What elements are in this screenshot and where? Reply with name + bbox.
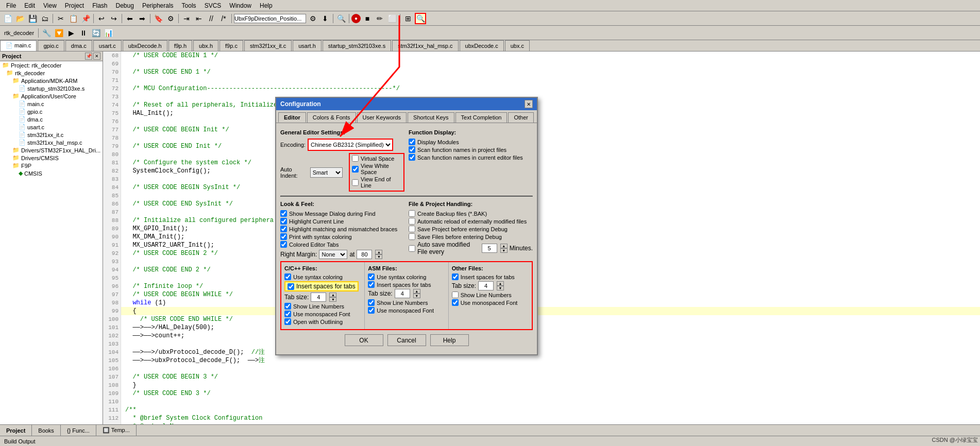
outdent-btn[interactable]: ⇤ — [193, 13, 205, 24]
tree-f9p[interactable]: 📁 F9P — [0, 162, 103, 169]
dialog-close-btn[interactable]: ✕ — [525, 100, 533, 108]
tab-ubx-h[interactable]: ubx.h — [193, 40, 218, 52]
cpp-insert-spaces-check[interactable] — [288, 283, 294, 290]
dialog-tab-keywords[interactable]: User Keywords — [357, 112, 407, 123]
tree-main-c[interactable]: 📄 main.c — [0, 100, 103, 108]
ok-button[interactable]: OK — [345, 334, 383, 346]
bottom-tab-func[interactable]: {} Func... — [61, 425, 96, 436]
tab-f9p-h[interactable]: f9p.h — [168, 40, 192, 52]
cut-btn[interactable]: ✂ — [55, 13, 66, 24]
cancel-button[interactable]: Cancel — [387, 334, 426, 346]
auto-indent-select[interactable]: Smart — [310, 167, 343, 178]
search-btn[interactable]: 🔍 — [335, 13, 347, 24]
t2-btn5[interactable]: 🔄 — [90, 27, 102, 39]
dialog-tab-completion[interactable]: Text Completion — [455, 112, 508, 123]
settings-btn[interactable]: ⚙ — [165, 13, 176, 24]
dialog-tab-shortcuts[interactable]: Shortcut Keys — [408, 112, 454, 123]
cpp-tab-up[interactable]: ▲ — [329, 293, 336, 297]
cpp-tab-down[interactable]: ▼ — [329, 297, 336, 302]
auto-save-down[interactable]: ▼ — [500, 248, 508, 253]
scan-editor-check[interactable] — [409, 154, 415, 161]
tab-stm32-it[interactable]: stm32f1xx_it.c — [244, 40, 292, 52]
tree-cmsis-drivers[interactable]: 📁 Drivers/CMSIS — [0, 154, 103, 162]
indent-btn[interactable]: ⇥ — [181, 13, 192, 24]
asm-monospaced-check[interactable] — [368, 307, 375, 314]
save-all-btn[interactable]: 🗂 — [39, 13, 50, 24]
auto-save-minutes-input[interactable] — [482, 244, 497, 253]
pencil-btn[interactable]: ✏ — [374, 13, 385, 24]
tab-f9p-c[interactable]: f9p.c — [219, 40, 243, 52]
menu-file[interactable]: File — [2, 1, 20, 10]
other-tab-up[interactable]: ▲ — [497, 281, 504, 286]
asm-use-syntax-check[interactable] — [368, 273, 375, 280]
dialog-tab-editor[interactable]: Editor — [278, 112, 306, 123]
eraser-btn[interactable]: ⬜ — [386, 13, 398, 24]
bottom-tab-books[interactable]: Books — [32, 425, 61, 436]
grid-btn[interactable]: ⊞ — [402, 13, 414, 24]
cpp-outlining-check[interactable] — [284, 318, 291, 325]
view-white-space-check[interactable] — [352, 166, 359, 173]
tree-usart-c[interactable]: 📄 usart.c — [0, 123, 103, 131]
code-editor[interactable]: 68 /* USER CODE BEGIN 1 */ 69 70 /* USER… — [103, 52, 980, 424]
virtual-space-check[interactable] — [352, 155, 359, 162]
tab-gpio-c[interactable]: gpio.c — [38, 40, 64, 52]
open-btn[interactable]: 📂 — [14, 13, 26, 24]
comment-btn[interactable]: // — [206, 13, 217, 24]
tab-ubxDecode-h[interactable]: ubxDecode.h — [123, 40, 167, 52]
asm-show-line-numbers-check[interactable] — [368, 299, 375, 306]
tree-user-core[interactable]: 📁 Application/User/Core — [0, 92, 103, 100]
other-insert-spaces-check[interactable] — [452, 273, 459, 280]
tree-rtk-decoder[interactable]: 📁 rtk_decoder — [0, 69, 103, 77]
tree-dma-c[interactable]: 📄 dma.c — [0, 115, 103, 123]
other-monospaced-check[interactable] — [452, 299, 459, 306]
bottom-tab-project[interactable]: Project — [0, 425, 32, 436]
tab-ubx-c[interactable]: ubx.c — [505, 40, 530, 52]
undo-btn[interactable]: ↩ — [96, 13, 107, 24]
asm-tab-down[interactable]: ▼ — [413, 294, 420, 298]
cpp-use-syntax-check[interactable] — [284, 273, 291, 280]
tree-cmsis[interactable]: ◆ CMSIS — [0, 169, 103, 177]
back-btn[interactable]: ⬅ — [124, 13, 136, 24]
forward-btn[interactable]: ➡ — [137, 13, 148, 24]
other-tab-down[interactable]: ▼ — [497, 286, 504, 290]
encoding-select[interactable]: Chinese GB2312 (Simplified) — [309, 140, 392, 150]
cpp-show-line-numbers-check[interactable] — [284, 303, 291, 310]
help-button[interactable]: Help — [430, 334, 469, 346]
asm-insert-spaces-check[interactable] — [368, 281, 375, 288]
save-project-check[interactable] — [409, 226, 415, 232]
tab-hal-msp[interactable]: stm32f1xx_hal_msp.c — [392, 40, 458, 52]
paste-btn[interactable]: 📌 — [80, 13, 91, 24]
display-modules-check[interactable] — [409, 139, 415, 145]
menu-edit[interactable]: Edit — [20, 1, 39, 10]
stop-btn[interactable]: ■ — [362, 13, 373, 24]
project-close-btn[interactable]: ✕ — [93, 53, 100, 60]
other-tab-size-input[interactable] — [478, 281, 494, 290]
menu-debug[interactable]: Debug — [112, 1, 138, 10]
colored-tabs-check[interactable] — [280, 241, 287, 248]
bookmark-btn[interactable]: 🔖 — [153, 13, 164, 24]
tab-ubxDecode-c[interactable]: ubxDecode.c — [460, 40, 504, 52]
new-file-btn[interactable]: 📄 — [2, 13, 13, 24]
menu-svcs[interactable]: SVCS — [200, 1, 226, 10]
tab-dma-c[interactable]: dma.c — [65, 40, 92, 52]
dialog-tab-colors[interactable]: Colors & Fonts — [307, 112, 356, 123]
tree-startup[interactable]: 📄 startup_stm32f103xe.s — [0, 84, 103, 92]
asm-tab-size-input[interactable] — [395, 289, 410, 298]
menu-view[interactable]: View — [39, 1, 61, 10]
t2-btn3[interactable]: ▶ — [65, 27, 77, 39]
tab-startup[interactable]: startup_stm32f103xe.s — [323, 40, 391, 52]
tab-usart-h[interactable]: usart.h — [293, 40, 322, 52]
t2-btn4[interactable]: ⏸ — [78, 27, 89, 39]
highlight-line-check[interactable] — [280, 218, 287, 225]
tree-mdk-arm[interactable]: 📁 Application/MDK-ARM — [0, 77, 103, 84]
highlighted-btn[interactable]: 🔍 — [415, 13, 426, 24]
tree-hal-drivers[interactable]: 📁 Drivers/STM32F1xx_HAL_Dri... — [0, 146, 103, 154]
cpp-tab-size-input[interactable] — [311, 293, 326, 302]
tree-item-project[interactable]: 📁 Project: rtk_decoder — [0, 61, 103, 69]
auto-save-up[interactable]: ▲ — [500, 244, 508, 248]
build-btn[interactable]: ● — [351, 14, 361, 23]
highlight-matching-check[interactable] — [280, 226, 287, 232]
menu-peripherals[interactable]: Peripherals — [138, 1, 178, 10]
menu-window[interactable]: Window — [225, 1, 256, 10]
target-settings-btn[interactable]: ⚙ — [307, 13, 318, 24]
